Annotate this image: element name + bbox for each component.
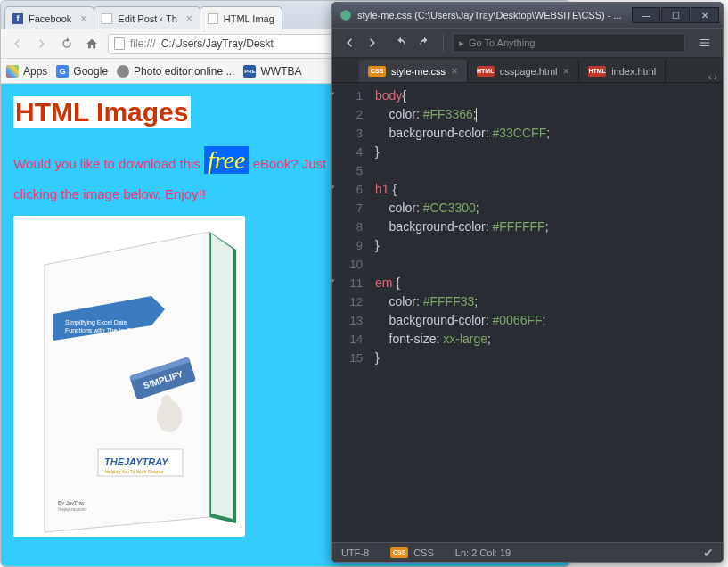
- editor-toolbar: ▸ Go To Anything: [332, 28, 723, 58]
- doc-icon: [102, 13, 112, 24]
- line-gutter: 123456789101112131415: [332, 83, 370, 542]
- url-path: C:/Users/JayTray/Deskt: [161, 37, 274, 50]
- html-icon: HTML: [588, 66, 606, 77]
- svg-text:By JayTray: By JayTray: [58, 500, 85, 505]
- svg-text:thejaytray.com: thejaytray.com: [58, 506, 86, 512]
- doc-icon: [208, 13, 218, 24]
- window-title: style-me.css (C:\Users\JayTray\Desktop\W…: [357, 10, 626, 21]
- bookmark-google[interactable]: GGoogle: [56, 65, 108, 78]
- url-protocol: file:///: [130, 37, 156, 50]
- globe-icon: [117, 65, 129, 78]
- close-icon[interactable]: ×: [186, 12, 192, 25]
- close-icon[interactable]: ×: [80, 12, 86, 25]
- ebook-image[interactable]: Simplifying Excel Date Functions with Th…: [13, 216, 245, 537]
- tab-label: Facebook: [29, 13, 71, 24]
- facebook-icon: f: [12, 13, 23, 24]
- tab-htmlimages[interactable]: HTML Imag: [200, 6, 282, 29]
- close-icon[interactable]: ×: [563, 64, 570, 78]
- app-icon: [339, 9, 352, 21]
- page-title: HTML Images: [13, 96, 191, 128]
- chevron-right-icon: ›: [714, 71, 717, 82]
- svg-text:THEJAYTRAY: THEJAYTRAY: [104, 456, 169, 467]
- close-icon[interactable]: ×: [451, 64, 458, 78]
- check-icon[interactable]: ✔: [703, 546, 714, 560]
- code-lines: body{ color: #FF3366; background-color: …: [370, 83, 723, 542]
- menu-button[interactable]: [694, 33, 716, 53]
- minimize-button[interactable]: —: [632, 7, 660, 23]
- file-icon: [114, 37, 125, 50]
- undo-button[interactable]: [391, 33, 411, 53]
- apps-icon: [6, 65, 19, 78]
- bookmark-photoeditor[interactable]: Photo editor online ...: [117, 65, 234, 78]
- editor-window: style-me.css (C:\Users\JayTray\Desktop\W…: [331, 2, 724, 563]
- code-editor[interactable]: 123456789101112131415 body{ color: #FF33…: [332, 83, 723, 542]
- tab-facebook[interactable]: f Facebook ×: [4, 6, 94, 29]
- tab-index-html[interactable]: HTML index.html: [579, 60, 666, 82]
- bookmark-wwtba[interactable]: PREWWTBA: [243, 65, 301, 78]
- svg-text:Functions with TheJayTray: Functions with TheJayTray: [65, 327, 140, 334]
- reload-button[interactable]: [58, 35, 76, 53]
- svg-point-9: [161, 395, 172, 407]
- css-icon: CSS: [368, 66, 386, 77]
- language-selector[interactable]: CSSCSS: [390, 547, 434, 558]
- svg-marker-1: [211, 234, 233, 519]
- encoding[interactable]: UTF-8: [341, 547, 369, 558]
- tab-csspage-html[interactable]: HTML csspage.html ×: [468, 60, 579, 82]
- tab-label: HTML Imag: [224, 13, 274, 24]
- close-button[interactable]: ✕: [691, 7, 719, 23]
- editor-tabs: CSS style-me.css × HTML csspage.html × H…: [332, 58, 723, 83]
- chevron-right-icon: ▸: [459, 37, 464, 49]
- home-button[interactable]: [83, 35, 101, 53]
- maximize-button[interactable]: ☐: [661, 7, 690, 23]
- forward-button[interactable]: [363, 33, 382, 53]
- window-controls: — ☐ ✕: [632, 7, 719, 23]
- goto-anything-input[interactable]: ▸ Go To Anything: [453, 33, 685, 53]
- tab-label: Edit Post ‹ Th: [118, 13, 176, 24]
- svg-point-15: [340, 10, 351, 21]
- emphasized-free: free: [204, 146, 249, 174]
- tab-editpost[interactable]: Edit Post ‹ Th ×: [94, 6, 200, 29]
- back-button[interactable]: [339, 33, 359, 53]
- redo-button[interactable]: [414, 33, 434, 53]
- bookmark-apps[interactable]: Apps: [6, 65, 47, 78]
- status-bar: UTF-8 CSSCSS Ln: 2 Col: 19 ✔: [332, 542, 723, 562]
- back-button[interactable]: [8, 35, 26, 53]
- goto-placeholder: Go To Anything: [469, 37, 535, 48]
- svg-text:Helping You To Work Smarter: Helping You To Work Smarter: [105, 469, 164, 474]
- book-banner-text: Simplifying Excel Date: [65, 319, 127, 326]
- pre-icon: PRE: [243, 65, 256, 78]
- tab-overflow[interactable]: ‹›: [703, 71, 723, 82]
- editor-titlebar[interactable]: style-me.css (C:\Users\JayTray\Desktop\W…: [332, 3, 723, 28]
- html-icon: HTML: [477, 66, 495, 77]
- tab-style-me-css[interactable]: CSS style-me.css ×: [359, 60, 468, 82]
- chevron-left-icon: ‹: [708, 71, 712, 82]
- google-icon: G: [56, 65, 69, 78]
- forward-button[interactable]: [33, 35, 51, 53]
- cursor-position: Ln: 2 Col: 19: [455, 547, 511, 558]
